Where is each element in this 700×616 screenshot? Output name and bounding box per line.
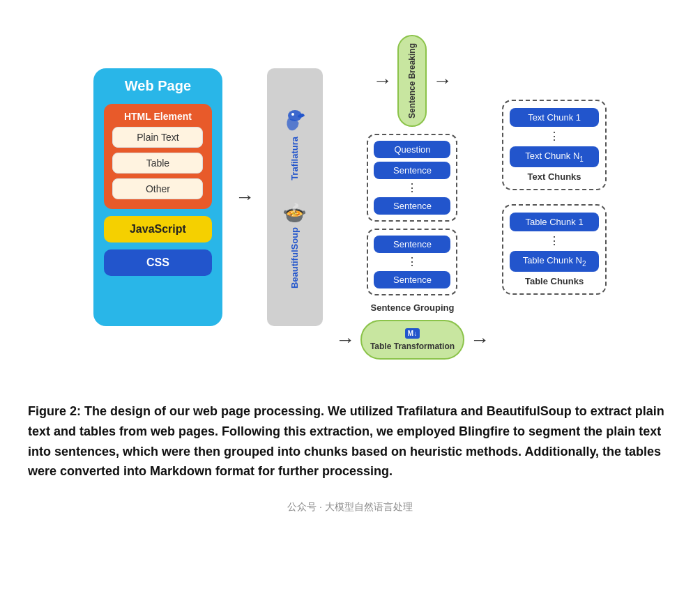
table-transformation-text: Table Transformation [370,341,455,351]
arrow-top: → [372,70,392,92]
table-chunk-n: Table Chunk N2 [510,251,599,272]
mid-flow: → Sentence Breaking → Question Sentence … [335,35,489,360]
watermark: 公众号 · 大模型自然语言处理 [14,501,686,514]
web-page-title: Web Page [125,78,191,94]
sentence-group-2: Sentence ⋮ Sentence [367,229,457,295]
css-box: CSS [104,249,212,276]
javascript-box: JavaScript [104,216,212,242]
sentence-item-3: Sentence [374,236,450,253]
text-chunk-n: Text Chunk N1 [510,146,599,167]
arrow-top-right: → [432,70,452,92]
arrow-1: → [235,186,254,208]
diagram: Web Page HTML Element Plain Text Table O… [14,14,686,374]
plain-text-item: Plain Text [112,127,203,148]
html-element-box: HTML Element Plain Text Table Other [104,104,212,209]
beautifulsoup-icon: 🍲 [282,201,307,224]
table-item: Table [112,153,203,174]
table-chunks-label: Table Chunks [525,276,584,286]
text-chunk-group: Text Chunk 1 ⋮ Text Chunk N1 Text Chunks [502,100,607,190]
caption-text: The design of our web page processing. W… [28,404,664,478]
caption: Figure 2: The design of our web page pro… [14,394,686,495]
dots-1: ⋮ [406,183,418,194]
html-element-title: HTML Element [124,111,192,122]
web-page-box: Web Page HTML Element Plain Text Table O… [93,68,222,326]
table-chunk-group: Table Chunk 1 ⋮ Table Chunk N2 Table Chu… [502,204,607,295]
sentence-item-2: Sentence [374,197,450,215]
sentence-groups: Question Sentence ⋮ Sentence Sentence ⋮ … [367,134,457,313]
other-item: Other [112,178,203,199]
sentence-group-1: Question Sentence ⋮ Sentence [367,134,457,222]
chunks-section: Text Chunk 1 ⋮ Text Chunk N1 Text Chunks… [502,68,607,326]
caption-label: Figure 2: [28,404,81,418]
text-chunks-label: Text Chunks [528,171,581,182]
trafilatura-icon [280,106,310,137]
table-chunk-dots: ⋮ [549,236,560,247]
dots-2: ⋮ [406,256,418,268]
sentence-item-4: Sentence [374,271,450,288]
text-chunk-dots: ⋮ [549,131,560,142]
sentence-grouping-label: Sentence Grouping [367,302,457,313]
sentence-breaking-label: Sentence Breaking [397,35,427,127]
table-chunk-1: Table Chunk 1 [510,213,599,231]
question-item: Question [374,141,450,158]
tool-box: Trafilatura 🍲 BeautifulSoup [267,68,323,326]
svg-point-1 [291,113,294,116]
beautifulsoup-label: BeautifulSoup [289,227,300,288]
sentence-item-1: Sentence [374,162,450,179]
text-chunk-1: Text Chunk 1 [510,108,599,127]
arrow-bottom-right: → [470,329,489,351]
md-badge: M↓ [405,328,420,339]
trafilatura-label: Trafilatura [289,137,300,180]
table-transform-label: M↓ Table Transformation [360,320,464,360]
arrow-bottom: → [335,329,355,351]
